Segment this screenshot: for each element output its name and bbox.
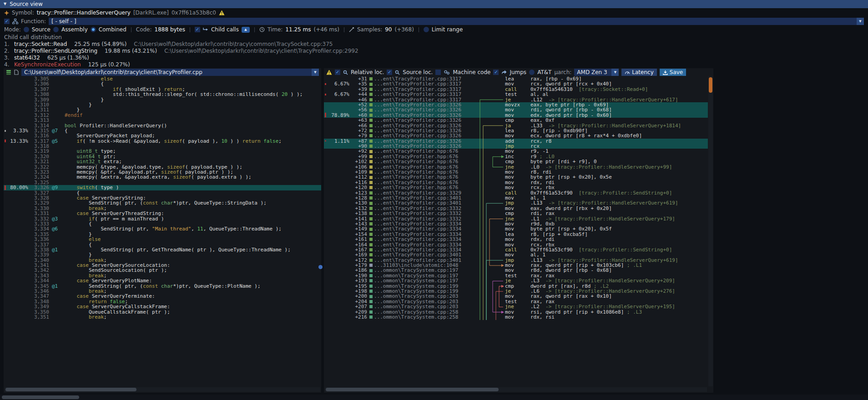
asm-row[interactable]: +149...ent\TracyProfiler.cpp:3334movbyte… xyxy=(324,226,708,231)
asm-source-location[interactable]: ...ent\TracyProfiler.cpp:3401 xyxy=(374,258,479,263)
asm-row[interactable]: +109...ent\TracyProfiler.hpp:676movr8, r… xyxy=(324,170,708,175)
relative-loc-checkbox[interactable]: ✓ xyxy=(335,70,340,75)
asm-row[interactable]: +63...ent\TracyProfiler.cpp:3326cmpeax, … xyxy=(324,118,708,123)
chevron-down-icon[interactable]: ▼ xyxy=(611,69,619,76)
source-line[interactable]: 3,341 case ServerQuerySourceLocation: xyxy=(4,263,321,268)
asm-row[interactable]: +116...ent\TracyProfiler.hpp:676movrdx, … xyxy=(324,180,708,185)
source-line[interactable]: 3,314bool Profiler::HandleServerQuery() xyxy=(4,123,321,128)
asm-row[interactable]: +161...ent\TracyProfiler.cpp:3334movrdx,… xyxy=(324,237,708,242)
asm-source-location[interactable]: ...ent\TracyProfiler.cpp:3334 xyxy=(374,242,479,247)
mode-assembly-label[interactable]: Assembly xyxy=(61,26,88,33)
asm-source-location[interactable]: ...ent\TracyProfiler.cpp:3334 xyxy=(374,247,479,252)
asm-source-location[interactable]: ...ent\TracyProfiler.hpp:676 xyxy=(374,180,479,185)
latency-button[interactable]: Latency xyxy=(621,69,656,76)
uarch-combo[interactable]: AMD Zen 3 ▼ xyxy=(574,69,619,76)
asm-source-location[interactable]: ...ent\TracyProfiler.cpp:3401 xyxy=(374,195,479,200)
source-line[interactable]: 3,307 if( shouldExit ) return; xyxy=(4,87,321,92)
source-loc-label[interactable]: Source loc. xyxy=(403,69,433,75)
asm-source-location[interactable]: ...ent\TracyProfiler.cpp:3317 xyxy=(374,92,479,97)
window-hscrollbar[interactable] xyxy=(0,395,868,400)
source-line[interactable]: 3,319 uint8_t type; xyxy=(4,149,321,154)
jumps-checkbox[interactable]: ✓ xyxy=(493,70,499,75)
asm-source-location[interactable]: ...ent\TracyProfiler.cpp:3334 xyxy=(374,226,479,231)
asm-source-location[interactable]: ...ent\TracyProfiler.cpp:3326 xyxy=(374,118,479,123)
pane-splitter-handle[interactable] xyxy=(318,265,323,269)
source-line[interactable]: 3,343 break; xyxy=(4,273,321,278)
asm-source-location[interactable]: ...ent\TracyProfiler.cpp:3317 xyxy=(374,97,479,102)
asm-source-location[interactable]: ...ent\TracyProfiler.cpp:3326 xyxy=(374,113,479,118)
att-syntax-radio[interactable] xyxy=(529,70,535,75)
asm-source-location[interactable]: ...ommon\TracySystem.cpp:203 xyxy=(374,299,479,304)
source-line[interactable]: 3,305 else xyxy=(4,76,321,81)
child-calls-up-button[interactable]: ▲ xyxy=(242,27,250,33)
assembly-view[interactable]: +31...ent\TracyProfiler.cpp:3317learax, … xyxy=(324,76,708,386)
asm-source-location[interactable]: ...ent\TracyProfiler.cpp:3326 xyxy=(374,144,479,149)
source-line[interactable]: 3,327 { xyxy=(4,190,321,195)
asm-row[interactable]: +39...ent\TracyProfiler.cpp:3317call0x7f… xyxy=(324,87,708,92)
source-line[interactable]: 3,328 case ServerQueryString: xyxy=(4,195,321,200)
asm-source-location[interactable]: ...ent\TracyProfiler.cpp:3329 xyxy=(374,190,479,195)
asm-row[interactable]: +207...ommon\TracySystem.cpp:203jne.L2 -… xyxy=(324,304,708,309)
child-call-row[interactable]: 1.tracy::Socket::Read25.25 ms (54.89%)C:… xyxy=(4,41,864,48)
source-file-combo[interactable]: C:\Users\wolf\Desktop\darkrl\contrib\tra… xyxy=(21,69,319,76)
source-line[interactable]: 3,312#endif xyxy=(4,113,321,118)
asm-row[interactable]: +167...ent\TracyProfiler.cpp:3334call0x7… xyxy=(324,247,708,252)
source-line[interactable]: 3.33%3,315@7{ xyxy=(4,128,321,133)
source-line[interactable]: 3,320 uint64_t ptr; xyxy=(4,154,321,159)
asm-row[interactable]: +128...ent\TracyProfiler.cpp:3401moval, … xyxy=(324,195,708,200)
source-line[interactable]: 3,308 std::this_thread::sleep_for( std::… xyxy=(4,92,321,97)
scrollbar-handle[interactable] xyxy=(326,388,499,391)
asm-row[interactable]: +193...ommon\TracySystem.cpp:197je.L3 ->… xyxy=(324,278,708,283)
child-call-row[interactable]: 4.KeSynchronizeExecution125 μs (0.27%) xyxy=(4,61,864,68)
asm-source-location[interactable]: ...ent\TracyProfiler.cpp:3326 xyxy=(374,133,479,138)
asm-row[interactable]: +130...ent\TracyProfiler.cpp:3401jmp.L13… xyxy=(324,200,708,205)
asm-source-location[interactable]: ...ent\TracyProfiler.cpp:3326 xyxy=(374,102,479,107)
asm-row[interactable]: +198...ommon\TracySystem.cpp:199je.L6 ->… xyxy=(324,289,708,294)
asm-row[interactable]: +79...ent\TracyProfiler.cpp:3326movecx, … xyxy=(324,133,708,138)
asm-row[interactable]: +209...ommon\TracySystem.cpp:258movrsi, … xyxy=(324,310,708,315)
source-line[interactable]: 3,313 xyxy=(4,118,321,123)
asm-row[interactable]: +99...ent\TracyProfiler.hpp:676incr9 ; .… xyxy=(324,154,708,159)
asm-source-location[interactable]: ...ommon\TracySystem.cpp:199 xyxy=(374,284,479,289)
asm-source-location[interactable]: ...ommon\TracySystem.cpp:258 xyxy=(374,315,479,320)
source-line[interactable]: 3,340 break; xyxy=(4,258,321,263)
asm-row[interactable]: +190...ommon\TracySystem.cpp:197testrax,… xyxy=(324,273,708,278)
asm-row[interactable]: 1.11%+87...ent\TracyProfiler.cpp:3326add… xyxy=(324,139,708,144)
mode-combined-radio[interactable] xyxy=(91,27,96,32)
child-calls-checkbox[interactable]: ✓ xyxy=(195,27,200,32)
asm-row[interactable]: +46...ent\TracyProfiler.cpp:3317je.L12 -… xyxy=(324,97,708,102)
source-line[interactable]: 3,318 xyxy=(4,144,321,149)
mode-source-label[interactable]: Source xyxy=(32,26,50,33)
scrollbar-handle[interactable] xyxy=(709,77,712,93)
child-calls-label[interactable]: Child calls xyxy=(211,26,239,33)
source-line[interactable]: 3,348 return false; xyxy=(4,299,321,304)
source-line[interactable]: 3,329 SendString( ptr, (const char*)ptr,… xyxy=(4,200,321,205)
asm-row[interactable]: +141...ent\TracyProfiler.cpp:3332jne.L1 … xyxy=(324,216,708,221)
source-line[interactable]: 3,335 } xyxy=(4,232,321,237)
asm-source-location[interactable]: ...ent\TracyProfiler.cpp:3334 xyxy=(374,221,479,226)
mode-combined-label[interactable]: Combined xyxy=(99,26,126,33)
source-line[interactable]: 3,342 SendSourceLocation( ptr ); xyxy=(4,268,321,273)
asm-row[interactable]: +132...ent\TracyProfiler.cpp:3332moveax,… xyxy=(324,206,708,211)
asm-source-location[interactable]: ...ent\TracyProfiler.cpp:3317 xyxy=(374,76,479,81)
asm-source-location[interactable]: ...ent\TracyProfiler.cpp:3332 xyxy=(374,211,479,216)
asm-row[interactable]: +56...ent\TracyProfiler.cpp:3326movrdi, … xyxy=(324,107,708,112)
asm-row[interactable]: 6.67%+44...ent\TracyProfiler.cpp:3317tes… xyxy=(324,92,708,97)
asm-row[interactable]: +172...ent\TracyProfiler.cpp:3401jmp.L13… xyxy=(324,258,708,263)
asm-source-location[interactable]: ...ent\TracyProfiler.hpp:676 xyxy=(374,170,479,175)
asm-row[interactable]: +102...ent\TracyProfiler.hpp:676cmpbyte … xyxy=(324,159,708,164)
jumps-label[interactable]: Jumps xyxy=(510,69,526,75)
asm-source-location[interactable]: ...ommon\TracySystem.cpp:197 xyxy=(374,278,479,283)
source-line[interactable]: 3,321 uint32_t extra; xyxy=(4,159,321,164)
asm-row[interactable]: 6.67%+35...ent\TracyProfiler.cpp:3317mov… xyxy=(324,81,708,86)
asm-row[interactable]: +143...ent\TracyProfiler.cpp:3334movr9d,… xyxy=(324,221,708,226)
source-line[interactable]: 80.00%3,326@9 switch( type ) xyxy=(4,185,321,190)
source-line[interactable]: 3,334@6 SendString( ptr, "Main thread", … xyxy=(4,226,321,231)
source-line[interactable]: 3,310 } xyxy=(4,102,321,107)
asm-row[interactable]: +72...ent\TracyProfiler.cpp:3326lear8, [… xyxy=(324,128,708,133)
source-line[interactable]: 3,345@1 SendString( ptr, (const char*)pt… xyxy=(4,284,321,289)
asm-source-location[interactable]: ...ent\TracyProfiler.cpp:3326 xyxy=(374,123,479,128)
asm-source-location[interactable]: ...31103\include\atomic:1048 xyxy=(374,263,479,268)
asm-source-location[interactable]: ...ent\TracyProfiler.hpp:676 xyxy=(374,165,479,170)
asm-source-location[interactable]: ...ent\TracyProfiler.hpp:676 xyxy=(374,159,479,164)
